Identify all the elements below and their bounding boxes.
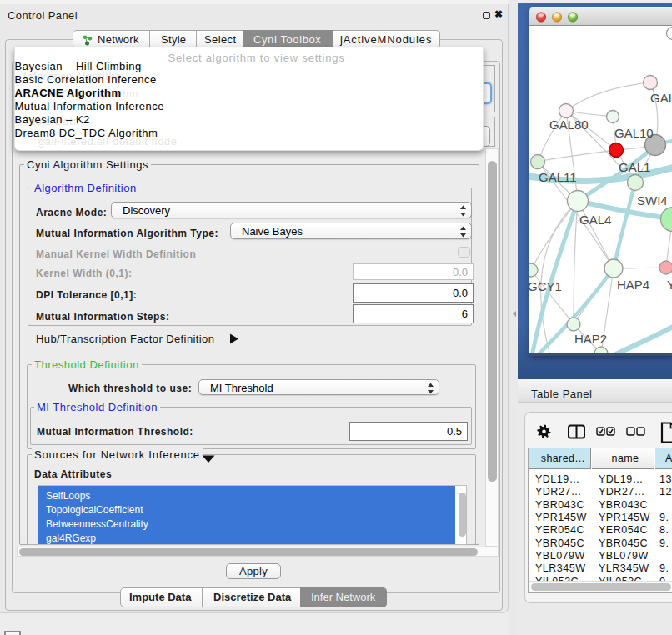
svg-text:GAL80: GAL80 [549,118,589,132]
svg-text:Y: Y [667,278,672,292]
svg-text:GAL4: GAL4 [579,212,611,227]
svg-text:GAL1: GAL1 [619,160,650,174]
svg-text:HAP4: HAP4 [617,278,649,292]
svg-text:GAL10: GAL10 [614,126,654,140]
svg-text:GAL: GAL [650,91,672,105]
svg-text:HAP2: HAP2 [574,332,607,346]
svg-text:GCY1: GCY1 [529,279,562,293]
svg-text:SWI4: SWI4 [637,193,668,208]
svg-text:GAL11: GAL11 [539,170,577,184]
